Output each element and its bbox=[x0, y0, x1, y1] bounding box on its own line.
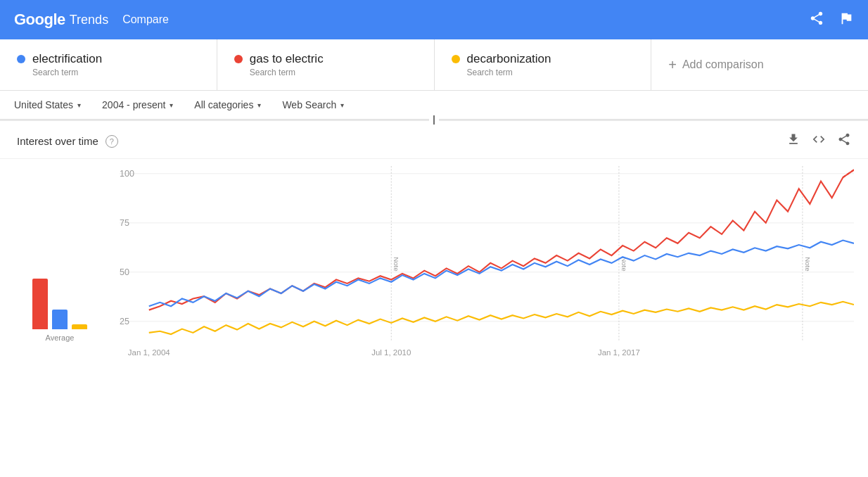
decarbonization-info: decarbonization Search term bbox=[467, 52, 551, 77]
filter-time[interactable]: 2004 - present ▾ bbox=[102, 99, 173, 110]
svg-text:Note: Note bbox=[804, 257, 812, 271]
electrification-type: Search term bbox=[32, 68, 102, 77]
share-chart-icon[interactable] bbox=[837, 132, 851, 150]
chart-left-panel: Average bbox=[0, 166, 120, 363]
filter-search-type[interactable]: Web Search ▾ bbox=[282, 99, 344, 110]
chart-body: Average 100 75 50 25 Note Note bbox=[0, 159, 868, 377]
chart-section: Interest over time ? Averag bbox=[0, 121, 868, 377]
svg-text:50: 50 bbox=[120, 267, 129, 277]
filter-category[interactable]: All categories ▾ bbox=[194, 99, 261, 110]
chevron-down-icon: ▾ bbox=[77, 101, 81, 109]
electrification-dot bbox=[17, 55, 25, 63]
svg-text:75: 75 bbox=[120, 217, 129, 228]
filter-region[interactable]: United States ▾ bbox=[14, 99, 81, 110]
svg-text:100: 100 bbox=[120, 168, 134, 179]
chart-main: 100 75 50 25 Note Note Note bbox=[120, 166, 868, 363]
decarbonization-line bbox=[149, 302, 854, 334]
svg-text:Jul 1, 2010: Jul 1, 2010 bbox=[371, 348, 411, 357]
help-icon[interactable]: ? bbox=[106, 135, 118, 148]
filter-search-type-label: Web Search bbox=[282, 99, 336, 110]
gas-to-electric-line bbox=[149, 170, 854, 310]
google-trends-logo: Google Trends bbox=[14, 11, 108, 29]
cursor-symbol: I bbox=[429, 114, 438, 127]
decarbonization-dot bbox=[452, 55, 460, 63]
gas-to-electric-type: Search term bbox=[250, 68, 324, 77]
flag-icon[interactable] bbox=[838, 11, 854, 30]
download-icon[interactable] bbox=[786, 132, 800, 150]
svg-text:Jan 1, 2004: Jan 1, 2004 bbox=[128, 348, 170, 357]
avg-bars bbox=[32, 273, 87, 329]
add-plus-icon: + bbox=[668, 57, 677, 73]
header-icons bbox=[809, 11, 854, 30]
chart-svg: 100 75 50 25 Note Note Note bbox=[120, 166, 854, 363]
filter-time-label: 2004 - present bbox=[102, 99, 165, 110]
filter-region-label: United States bbox=[14, 99, 73, 110]
electrification-line bbox=[149, 241, 854, 307]
search-term-decarbonization[interactable]: decarbonization Search term bbox=[435, 39, 652, 90]
header-left: Google Trends Compare bbox=[14, 11, 169, 29]
chevron-down-icon: ▾ bbox=[257, 101, 261, 109]
search-terms-bar: electrification Search term gas to elect… bbox=[0, 39, 868, 91]
svg-text:Note: Note bbox=[392, 257, 400, 271]
chart-title-area: Interest over time ? bbox=[17, 135, 118, 148]
add-comparison-button[interactable]: + Add comparison bbox=[651, 39, 868, 90]
avg-label: Average bbox=[46, 333, 75, 342]
embed-icon[interactable] bbox=[812, 132, 826, 150]
chart-divider: I bbox=[0, 120, 868, 121]
header: Google Trends Compare bbox=[0, 0, 868, 39]
chevron-down-icon: ▾ bbox=[170, 101, 173, 109]
gas-to-electric-info: gas to electric Search term bbox=[250, 52, 324, 77]
gas-to-electric-name: gas to electric bbox=[250, 52, 324, 66]
share-icon[interactable] bbox=[809, 11, 824, 30]
electrification-info: electrification Search term bbox=[32, 52, 102, 77]
gas-to-electric-dot bbox=[234, 55, 243, 63]
search-term-gas-to-electric[interactable]: gas to electric Search term bbox=[217, 39, 435, 90]
chart-title: Interest over time bbox=[17, 135, 98, 147]
avg-bar-gas-to-electric bbox=[32, 279, 48, 329]
chevron-down-icon: ▾ bbox=[340, 101, 344, 109]
electrification-name: electrification bbox=[32, 52, 102, 66]
svg-text:25: 25 bbox=[120, 316, 129, 326]
svg-text:Jan 1, 2017: Jan 1, 2017 bbox=[598, 348, 640, 357]
decarbonization-type: Search term bbox=[467, 68, 551, 77]
decarbonization-name: decarbonization bbox=[467, 52, 551, 66]
filter-category-label: All categories bbox=[194, 99, 253, 110]
add-comparison-label: Add comparison bbox=[682, 58, 764, 71]
avg-bar-decarbonization bbox=[72, 324, 87, 329]
chart-actions bbox=[786, 132, 851, 150]
search-term-electrification[interactable]: electrification Search term bbox=[0, 39, 217, 90]
page-title: Compare bbox=[122, 13, 169, 26]
google-logo-text: Google bbox=[14, 11, 65, 29]
avg-bar-electrification bbox=[52, 310, 68, 329]
trends-logo-text: Trends bbox=[70, 13, 108, 27]
